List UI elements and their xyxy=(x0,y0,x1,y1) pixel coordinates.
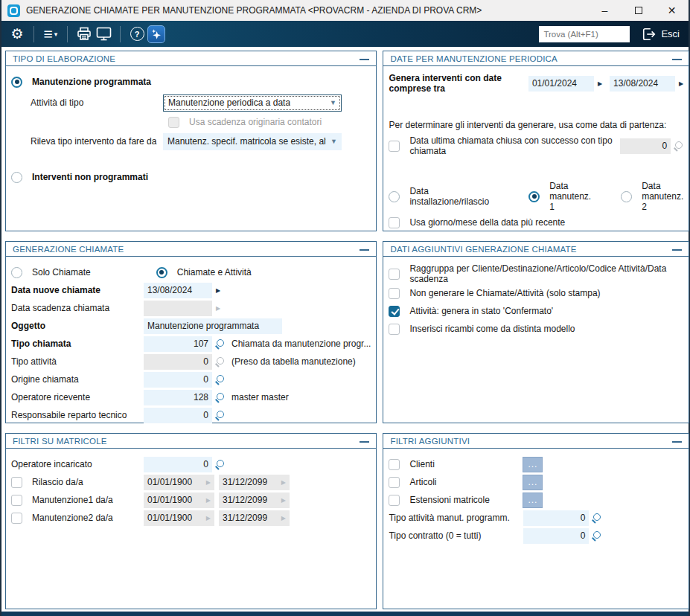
collapse-icon[interactable] xyxy=(672,249,682,251)
date-picker-arrow-icon[interactable]: ▶ xyxy=(216,287,220,294)
date-picker-arrow-icon[interactable]: ▶ xyxy=(598,80,602,87)
radio-data-manutenz-2[interactable] xyxy=(621,191,632,202)
collapse-icon[interactable] xyxy=(360,59,369,60)
origine-chiamata-field[interactable]: 0 xyxy=(144,372,212,388)
help-icon: ? xyxy=(130,27,144,41)
manutenzione2-label: Manutenzione2 da/a xyxy=(32,513,144,523)
settings-button[interactable]: ⚙ xyxy=(7,24,27,45)
radio-chiamate-e-attivita[interactable] xyxy=(156,267,167,278)
articoli-browse-button[interactable]: ... xyxy=(523,475,543,490)
panel-date-manutenzione-periodica: DATE PER MANUTENZIONE PERIODICA Genera i… xyxy=(383,51,689,231)
non-generare-checkbox[interactable] xyxy=(389,288,400,299)
minimize-icon: – xyxy=(602,4,608,16)
clienti-checkbox[interactable] xyxy=(389,459,400,470)
collapse-icon[interactable] xyxy=(360,249,369,251)
inserisci-ricambi-label: Inserisci ricambi come da distinta model… xyxy=(409,324,575,334)
close-button[interactable]: ✕ xyxy=(655,0,689,21)
manutenzione1-to-field: 31/12/2099▶ xyxy=(219,493,290,508)
magnifier-icon[interactable] xyxy=(215,393,225,402)
magnifier-icon[interactable] xyxy=(215,339,225,349)
print-button[interactable] xyxy=(74,24,94,45)
field-value: 01/01/1900 xyxy=(147,513,192,523)
date-to-field[interactable]: 13/08/2024 xyxy=(610,76,675,92)
responsabile-reparto-field[interactable]: 0 xyxy=(144,408,212,423)
maximize-icon xyxy=(635,7,642,14)
magnifier-icon[interactable] xyxy=(215,411,225,420)
radio-data-installazione[interactable] xyxy=(389,191,400,202)
tipo-attivita-manut-label: Tipo attività manut. programm. xyxy=(389,513,523,523)
clienti-label: Clienti xyxy=(409,459,523,469)
panel-filtri-matricole: FILTRI SU MATRICOLE Operatore incaricato… xyxy=(5,433,377,609)
rileva-tipo-select[interactable]: Manutenz. specif. matricola se esiste, a… xyxy=(163,133,342,150)
app-window: GENERAZIONE CHIAMATE PER MANUTENZIONE PR… xyxy=(0,0,690,616)
manutenzione1-checkbox[interactable] xyxy=(11,495,22,506)
window-controls: – ✕ xyxy=(588,0,689,21)
attivita-di-tipo-select[interactable]: Manutenzione periodica a data ▼ xyxy=(163,94,342,112)
radio-solo-chiamate[interactable] xyxy=(11,267,22,278)
assistant-button[interactable] xyxy=(147,24,166,45)
rilascio-to-field: 31/12/2099▶ xyxy=(219,475,290,490)
radio-data-manutenz-1[interactable] xyxy=(528,191,540,202)
menu-button[interactable]: ≡ ▾ xyxy=(41,24,60,45)
data-ultima-chiamata-checkbox[interactable] xyxy=(389,141,400,152)
magnifier-icon[interactable] xyxy=(215,375,225,385)
field-value: 128 xyxy=(194,392,208,402)
tipo-chiamata-note: Chiamata da manutenzione progr... xyxy=(231,339,371,349)
clienti-browse-button[interactable]: ... xyxy=(523,457,543,472)
estensioni-matricole-label: Estensioni matricole xyxy=(409,495,523,505)
exit-button[interactable]: Esci xyxy=(639,25,683,43)
tipo-chiamata-field[interactable]: 107 xyxy=(144,336,212,352)
estensioni-browse-button[interactable]: ... xyxy=(523,493,543,508)
date-picker-arrow-icon: ▶ xyxy=(216,305,220,312)
raggruppa-checkbox[interactable] xyxy=(389,269,400,280)
manutenzione2-checkbox[interactable] xyxy=(11,513,22,524)
title-bar: GENERAZIONE CHIAMATE PER MANUTENZIONE PR… xyxy=(1,0,689,21)
panel-dati-aggiuntivi: DATI AGGIUNTIVI GENERAZIONE CHIAMATE Rag… xyxy=(383,241,689,423)
date-picker-arrow-icon: ▶ xyxy=(281,497,286,504)
collapse-icon[interactable] xyxy=(360,441,369,443)
radio-label: Interventi non programmati xyxy=(32,172,148,182)
inserisci-ricambi-checkbox[interactable] xyxy=(389,324,400,335)
field-value: 13/08/2024 xyxy=(147,285,192,295)
search-input[interactable] xyxy=(539,26,630,42)
radio-interventi-non-programmati[interactable] xyxy=(11,172,22,183)
help-button[interactable]: ? xyxy=(127,24,147,45)
chevron-down-icon: ▾ xyxy=(54,31,58,38)
manutenzione1-from-field: 01/01/1900▶ xyxy=(144,493,214,508)
magnifier-icon xyxy=(215,357,225,367)
field-value: 0 xyxy=(581,530,586,541)
field-value: 0 xyxy=(203,459,208,469)
collapse-icon[interactable] xyxy=(672,441,682,443)
field-value: 0 xyxy=(662,141,668,151)
minimize-button[interactable]: – xyxy=(588,0,622,21)
operatore-ricevente-field[interactable]: 128 xyxy=(144,390,212,405)
panel-title: GENERAZIONE CHIAMATE xyxy=(13,245,124,254)
tipo-chiamata-lookup-field: 0 xyxy=(620,138,671,154)
monitor-button[interactable] xyxy=(94,24,113,45)
date-picker-arrow-icon: ▶ xyxy=(206,497,211,504)
field-value: 0 xyxy=(203,374,208,385)
radio-label: Data installazione/rilascio xyxy=(409,186,489,207)
collapse-icon[interactable] xyxy=(672,59,682,60)
magnifier-icon[interactable] xyxy=(592,513,601,523)
maximize-button[interactable] xyxy=(622,0,655,21)
magnifier-icon[interactable] xyxy=(215,460,225,469)
toolbar-separator xyxy=(120,26,121,42)
usa-giorno-mese-checkbox[interactable] xyxy=(389,217,400,228)
rilascio-checkbox[interactable] xyxy=(11,477,22,488)
operatore-incaricato-field[interactable]: 0 xyxy=(144,457,212,472)
date-picker-arrow-icon[interactable]: ▶ xyxy=(679,80,683,87)
estensioni-matricole-checkbox[interactable] xyxy=(389,495,400,506)
tipo-contratto-field[interactable]: 0 xyxy=(523,528,589,544)
articoli-checkbox[interactable] xyxy=(389,477,400,488)
magnifier-icon[interactable] xyxy=(592,531,601,541)
date-from-field[interactable]: 01/01/2024 xyxy=(528,76,594,92)
data-nuove-chiamate-field[interactable]: 13/08/2024 xyxy=(144,283,212,298)
field-value: 01/01/1900 xyxy=(147,495,192,505)
tipo-attivita-manut-field[interactable]: 0 xyxy=(523,510,589,526)
oggetto-field[interactable]: Manutenzione programmata xyxy=(144,318,282,334)
radio-manutenzione-programmata[interactable] xyxy=(11,77,22,88)
date-picker-arrow-icon: ▶ xyxy=(206,515,211,522)
attivita-confermato-checkbox[interactable] xyxy=(389,306,400,317)
panel-body: Solo Chiamate Chiamate e Attività Data n… xyxy=(6,257,376,427)
